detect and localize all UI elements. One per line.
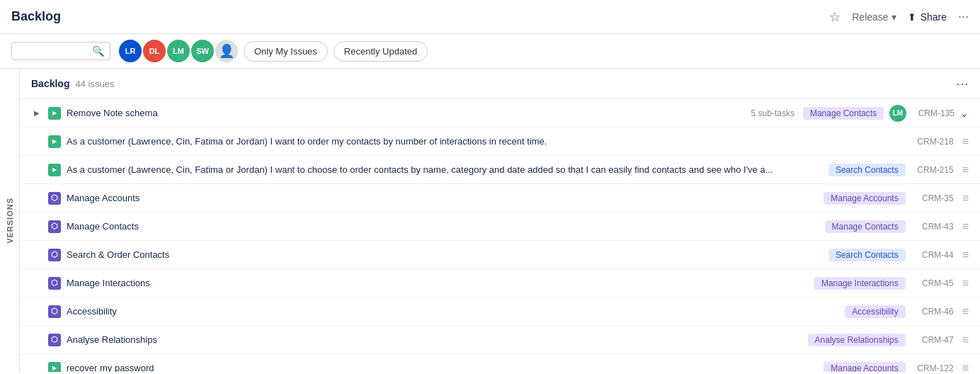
more-button[interactable]: ··· (958, 9, 969, 24)
tag-badge[interactable]: Manage Contacts (803, 107, 884, 120)
expand-button[interactable]: ▶ (31, 108, 42, 119)
tag-badge[interactable]: Search Contacts (828, 164, 906, 176)
row-menu-icon[interactable]: ≡ (962, 249, 969, 261)
row-menu-icon[interactable]: ≡ (962, 334, 969, 346)
search-icon: 🔍 (92, 45, 104, 57)
versions-label: VERSIONS (6, 198, 14, 244)
star-icon[interactable]: ☆ (829, 9, 841, 25)
tag-badge[interactable]: Accessibility (845, 305, 905, 318)
page-title: Backlog (11, 9, 61, 24)
crm-id: CRM-47 (911, 335, 954, 345)
crm-id: CRM-46 (911, 307, 954, 317)
table-row[interactable]: ⬡Manage InteractionsManage InteractionsC… (20, 269, 980, 298)
chevron-down-icon: ▾ (891, 11, 896, 23)
issue-title[interactable]: Manage Contacts (67, 221, 819, 232)
table-row[interactable]: ⬡Search & Order ContactsSearch ContactsC… (20, 241, 980, 269)
row-menu-icon[interactable]: ≡ (962, 164, 969, 176)
issue-title[interactable]: Analyse Relationships (67, 334, 802, 345)
avatar-placeholder[interactable]: 👤 (215, 40, 238, 62)
issue-type-icon: ▸ (48, 362, 61, 373)
share-label: Share (921, 11, 947, 23)
release-button[interactable]: Release ▾ (852, 11, 896, 23)
table-row[interactable]: ▶▸Remove Note schema5 sub-tasksManage Co… (20, 99, 980, 128)
expand-button[interactable] (31, 278, 42, 289)
table-row[interactable]: ⬡Manage AccountsManage AccountsCRM-35≡ (20, 184, 980, 212)
search-input[interactable] (18, 46, 88, 57)
issue-type-icon: ⬡ (48, 220, 61, 233)
issue-type-icon: ⬡ (48, 334, 61, 346)
issue-count: 44 issues (75, 79, 114, 89)
issue-type-icon: ⬡ (48, 192, 61, 205)
table-row[interactable]: ▸recover my passwordManage AccountsCRM-1… (20, 354, 980, 372)
main: VERSIONS Backlog 44 issues ⋯ ▶▸Remove No… (0, 69, 980, 372)
only-my-issues-button[interactable]: Only My Issues (244, 41, 328, 62)
header: Backlog ☆ Release ▾ ⬆ Share ··· (0, 0, 980, 34)
table-row[interactable]: ▸As a customer (Lawrence, Cin, Fatima or… (20, 128, 980, 156)
table-row[interactable]: ▸As a customer (Lawrence, Cin, Fatima or… (20, 156, 980, 184)
table-row[interactable]: ⬡AccessibilityAccessibilityCRM-46≡ (20, 298, 980, 326)
search-box[interactable]: 🔍 (11, 42, 110, 60)
issue-title[interactable]: Search & Order Contacts (67, 249, 823, 260)
crm-id: CRM-122 (911, 363, 954, 373)
avatar: LM (889, 105, 906, 122)
row-menu-icon[interactable]: ≡ (962, 220, 969, 233)
backlog-header: Backlog 44 issues ⋯ (20, 69, 980, 99)
avatar-sw[interactable]: SW (191, 40, 214, 62)
issue-title[interactable]: Remove Note schema (67, 108, 746, 118)
expand-button[interactable] (31, 363, 42, 373)
tag-badge[interactable]: Manage Contacts (825, 220, 906, 233)
issue-title[interactable]: recover my password (67, 363, 818, 372)
recently-updated-button[interactable]: Recently Updated (334, 41, 428, 62)
expand-button[interactable] (31, 306, 42, 317)
expand-button[interactable] (31, 136, 42, 147)
crm-id: CRM-35 (911, 193, 954, 203)
share-button[interactable]: ⬆ Share (908, 11, 947, 23)
row-menu-icon[interactable]: ≡ (962, 362, 969, 373)
issue-title[interactable]: Accessibility (67, 306, 839, 317)
issue-type-icon: ▸ (48, 107, 61, 120)
table-row[interactable]: ⬡Analyse RelationshipsAnalyse Relationsh… (20, 326, 980, 354)
issue-type-icon: ⬡ (48, 249, 61, 261)
issue-type-icon: ▸ (48, 135, 61, 148)
issue-type-icon: ⬡ (48, 305, 61, 318)
tag-badge[interactable]: Manage Accounts (824, 192, 905, 205)
backlog-section: Backlog 44 issues ⋯ ▶▸Remove Note schema… (20, 69, 980, 372)
tag-badge[interactable]: Analyse Relationships (808, 334, 906, 346)
issue-title[interactable]: Manage Interactions (67, 278, 809, 288)
avatars: LR DL LM SW 👤 (119, 40, 238, 62)
issue-list: ▶▸Remove Note schema5 sub-tasksManage Co… (20, 99, 980, 372)
versions-sidebar: VERSIONS (0, 69, 20, 372)
issue-title[interactable]: Manage Accounts (67, 193, 818, 203)
avatar-lm[interactable]: LM (167, 40, 190, 62)
avatar-lr[interactable]: LR (119, 40, 142, 62)
row-menu-icon[interactable]: ≡ (962, 305, 969, 318)
sub-tasks-label: 5 sub-tasks (751, 108, 794, 118)
tag-badge[interactable]: Search Contacts (828, 249, 906, 261)
backlog-header-left: Backlog 44 issues (31, 78, 114, 89)
row-menu-icon[interactable]: ≡ (962, 277, 969, 290)
crm-id: CRM-44 (911, 250, 954, 260)
header-left: Backlog (11, 9, 61, 24)
expand-button[interactable] (31, 193, 42, 204)
expand-button[interactable] (31, 249, 42, 261)
expand-button[interactable] (31, 334, 42, 346)
backlog-title: Backlog (31, 78, 69, 89)
release-label: Release (852, 11, 888, 23)
issue-title[interactable]: As a customer (Lawrence, Cin, Fatima or … (67, 136, 906, 147)
share-icon: ⬆ (908, 11, 916, 23)
crm-id: CRM-135 (912, 108, 955, 118)
issue-title[interactable]: As a customer (Lawrence, Cin, Fatima or … (67, 164, 823, 175)
avatar-dl[interactable]: DL (143, 40, 166, 62)
expand-button[interactable] (31, 164, 42, 176)
backlog-menu-icon[interactable]: ⋯ (956, 76, 969, 91)
crm-id: CRM-45 (911, 278, 954, 288)
row-menu-icon[interactable]: ≡ (962, 192, 969, 205)
table-row[interactable]: ⬡Manage ContactsManage ContactsCRM-43≡ (20, 212, 980, 241)
dropdown-icon[interactable]: ⌄ (960, 108, 969, 119)
issue-type-icon: ▸ (48, 164, 61, 176)
tag-badge[interactable]: Manage Interactions (814, 277, 906, 290)
row-menu-icon[interactable]: ≡ (962, 135, 969, 148)
tag-badge[interactable]: Manage Accounts (824, 362, 905, 373)
expand-button[interactable] (31, 221, 42, 232)
crm-id: CRM-43 (911, 222, 954, 232)
